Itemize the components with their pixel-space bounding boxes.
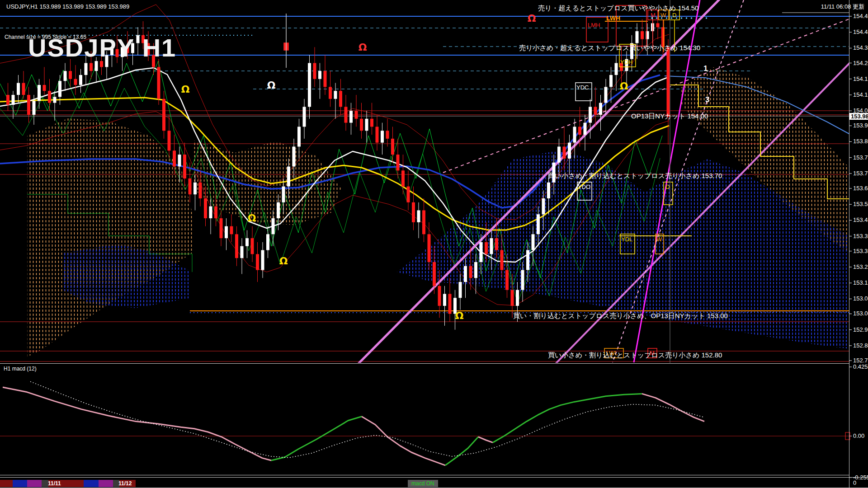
candle-body (38, 85, 41, 101)
omega-marker: Ω (267, 80, 276, 91)
candle-body (495, 238, 498, 250)
candle-body (282, 187, 285, 202)
timeline-segment (42, 480, 48, 487)
pattern-box-label: W (656, 236, 662, 243)
timeline-segment (84, 480, 99, 487)
candle-body (48, 91, 51, 103)
candle-body (261, 250, 264, 270)
candle-body (641, 31, 644, 39)
update-timestamp: 11/11 06:08 更新 (821, 4, 864, 9)
timeline-segment (13, 480, 27, 487)
pattern-box-label: YDL (621, 236, 632, 243)
candle-body (162, 99, 165, 131)
price-axis-label: 154.260 (853, 60, 868, 66)
pattern-box-label: YDO (578, 183, 590, 190)
candle-body (241, 246, 244, 258)
pattern-box-label: YDC (576, 84, 589, 91)
candle-body (521, 270, 524, 290)
pattern-box-label: YDH (620, 59, 632, 66)
candle-body (594, 107, 597, 115)
macd-line-segment (445, 437, 478, 465)
candle-body (474, 262, 477, 278)
candle-body (324, 71, 327, 87)
candle-body (656, 23, 660, 27)
price-axis-label: 153.630 (853, 185, 868, 191)
candle-body (22, 83, 25, 95)
pattern-box (586, 17, 608, 42)
candle-body (277, 202, 280, 218)
candle-body (168, 131, 171, 150)
candle-body (199, 183, 202, 198)
candle-body (480, 242, 483, 262)
timeline-segment (0, 480, 13, 487)
candle-body (272, 218, 275, 234)
note-annotation: 買い小さめ・割り込むとストップロス売り小さめ 153.70 (548, 172, 722, 179)
candle-body (74, 79, 77, 85)
price-axis-label: 154.415 (853, 29, 868, 35)
candle-body (355, 111, 358, 119)
candle-body (589, 107, 592, 122)
candle-body (189, 178, 192, 194)
price-axis-label: 153.155 (853, 280, 868, 286)
candle-body (53, 97, 57, 103)
current-price-badge: 153.989 (849, 113, 868, 120)
price-axis-label: 153.865 (853, 138, 868, 144)
candle-body (615, 63, 618, 75)
candle-body (12, 95, 15, 105)
price-axis-label: 153.550 (853, 201, 868, 207)
pattern-box-label: LMH (588, 22, 600, 28)
small-label: LWH (606, 15, 620, 21)
timeline-date: 11/12 (118, 481, 132, 486)
candle-body (505, 270, 509, 290)
macd-line-segment (478, 437, 493, 443)
omega-marker: Ω (620, 80, 628, 92)
candle-body (396, 155, 400, 170)
candle-body (376, 127, 379, 142)
candle-body (391, 139, 394, 155)
candle-body (17, 83, 20, 95)
candle-body (220, 218, 223, 238)
candle-body (43, 85, 46, 91)
candle-body (516, 290, 519, 306)
price-axis-label: 153.945 (853, 122, 868, 128)
chart-canvas[interactable]: LMHMWDYDHYDCYDODYDLWLWLM ΩΩΩΩΩΩΩΩ (0, 0, 868, 488)
candle-body (537, 214, 540, 234)
axis-separator (849, 0, 849, 488)
price-axis-label: 153.390 (853, 233, 868, 239)
price-axis-label: 154.100 (853, 92, 868, 98)
candle-body (339, 91, 342, 107)
macd-line-segment (642, 394, 704, 421)
small-label: 3 (705, 96, 709, 103)
omega-marker: Ω (181, 84, 190, 95)
candle-body (573, 127, 576, 142)
chart-watermark: USDJPY H1 (28, 35, 176, 61)
price-axis-label: 153.000 (853, 310, 868, 316)
candle-body (464, 266, 467, 282)
price-axis-label: 152.840 (853, 343, 868, 348)
price-axis-label: 153.470 (853, 217, 868, 223)
candle-body (209, 206, 212, 218)
macd-on-button[interactable]: macd ON (408, 480, 438, 487)
candle-body (251, 238, 254, 254)
candle-body (64, 71, 67, 81)
candle-body (183, 155, 186, 178)
candle-body (334, 91, 337, 99)
candle-body (578, 127, 581, 135)
price-axis-label: 154.335 (853, 45, 868, 51)
candle-body (547, 183, 550, 198)
candle-body (90, 63, 93, 71)
price-axis-label: 152.920 (853, 327, 868, 333)
note-annotation: 売り・超えるとストップロス買いやや小さめ 154.50 (538, 5, 698, 11)
candle-body (157, 67, 160, 99)
candle-body (360, 119, 363, 131)
candle-body (370, 119, 373, 127)
main-macd-separator[interactable] (0, 363, 849, 364)
macd-layer (3, 381, 704, 465)
candle-body (245, 238, 249, 246)
small-label: 1 (703, 65, 708, 72)
candle-body (563, 147, 566, 159)
candle-body (27, 95, 30, 115)
candle-body (6, 95, 9, 105)
candle-body (599, 103, 602, 115)
candle-body (230, 226, 233, 235)
